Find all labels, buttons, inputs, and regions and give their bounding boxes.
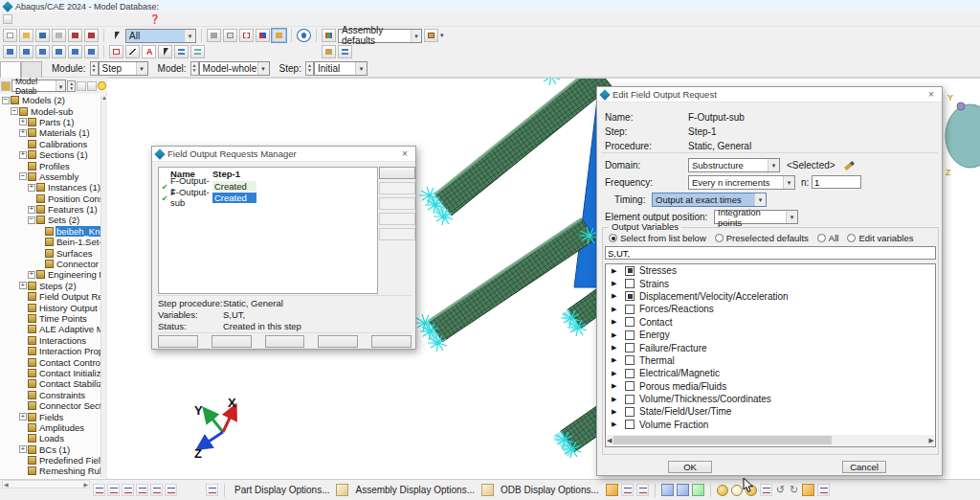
tree-item[interactable]: Time Points [0, 313, 101, 324]
chevron-down-icon[interactable]: ▾ [754, 193, 766, 206]
checkbox-icon[interactable] [625, 381, 635, 391]
tree-item[interactable]: Engineering Featur [0, 269, 101, 280]
tree-item[interactable]: Bein-1.Set-1 [0, 237, 101, 247]
color-code-combo[interactable]: Assembly defaults ▾ [338, 29, 422, 43]
expand-arrow-icon[interactable] [612, 292, 625, 300]
view-tool-icon[interactable] [142, 45, 156, 58]
tree-vertical-scrollbar[interactable]: ▲ [100, 95, 107, 478]
tree-expander-icon[interactable] [36, 227, 44, 235]
view-tool-icon[interactable] [174, 45, 189, 58]
menu-item[interactable] [15, 12, 29, 27]
redo-icon[interactable]: ↻ [789, 484, 799, 496]
variables-hscrollbar[interactable]: ◀ ▶ [607, 435, 934, 445]
chevron-down-icon[interactable]: ▾ [768, 159, 779, 171]
tree-expander-icon[interactable] [19, 162, 27, 170]
view-custom-icon[interactable] [206, 484, 218, 496]
cancel-button[interactable]: Cancel [842, 461, 886, 473]
tree-item[interactable]: Predefined Fields [0, 455, 101, 466]
manager-side-button[interactable] [379, 182, 415, 194]
workspace-tab[interactable] [0, 61, 21, 78]
tree-expander-icon[interactable] [19, 413, 27, 420]
tree-expander-icon[interactable] [19, 380, 27, 388]
tree-item[interactable]: Instances (1) [0, 182, 101, 193]
tree-expander-icon[interactable] [28, 271, 35, 279]
part-cube-icon[interactable] [336, 484, 348, 496]
manager-bottom-button[interactable] [212, 335, 252, 348]
tree-expander-icon[interactable] [19, 348, 27, 355]
checkbox-icon[interactable] [625, 291, 635, 301]
close-icon[interactable]: × [398, 148, 412, 159]
new-file-icon[interactable] [3, 29, 17, 42]
module-spinner[interactable]: ▲▼ [90, 61, 99, 76]
ok-button[interactable]: OK [668, 461, 712, 473]
checkbox-icon[interactable] [625, 407, 635, 417]
orange-cube-icon[interactable] [606, 484, 618, 496]
tree-expander-icon[interactable] [19, 423, 27, 431]
output-variables-radio[interactable]: Edit variables [847, 233, 913, 243]
tree-item[interactable]: Sets (2) [0, 215, 101, 225]
part-display-options-button[interactable]: Part Display Options... [231, 483, 333, 497]
view-tool-icon[interactable] [158, 45, 172, 58]
dialog-titlebar[interactable]: Edit Field Output Request × [597, 87, 942, 102]
tree-root-combo[interactable]: Model Datab ▾ [11, 80, 66, 92]
view-tool-icon[interactable] [190, 45, 205, 58]
expand-arrow-icon[interactable] [612, 344, 625, 352]
expand-arrow-icon[interactable] [612, 267, 625, 275]
variable-row[interactable]: Thermal [606, 354, 935, 367]
variable-row[interactable]: Electrical/Magnetic [606, 367, 935, 379]
lightbulb-icon[interactable] [98, 81, 106, 90]
tree-item[interactable]: Amplitudes [0, 422, 101, 433]
tree-item[interactable]: Materials (1) [0, 127, 101, 138]
tree-item[interactable]: Interaction Properties [0, 346, 101, 356]
table-icon[interactable] [817, 484, 830, 496]
select-cursor-icon[interactable] [109, 29, 123, 42]
manager-side-button[interactable] [379, 167, 415, 179]
menu-item[interactable] [42, 12, 56, 27]
tree-item[interactable]: Connector Sections [0, 400, 101, 411]
menu-item[interactable] [109, 12, 122, 27]
open-folder-icon[interactable] [19, 29, 33, 42]
chevron-down-icon[interactable]: ▾ [56, 80, 66, 91]
viewport-tool-icon[interactable] [19, 45, 33, 58]
expand-arrow-icon[interactable] [612, 331, 625, 339]
variable-row[interactable]: State/Field/User/Time [606, 405, 935, 418]
table-sm-icon[interactable] [338, 45, 352, 58]
tree-expander-icon[interactable] [19, 129, 27, 137]
menu-item[interactable] [82, 12, 96, 27]
expand-arrow-icon[interactable] [612, 420, 625, 428]
chevron-down-icon[interactable]: ▾ [783, 176, 794, 189]
checkbox-icon[interactable] [625, 330, 635, 340]
tree-item[interactable]: Connector Assignm [0, 259, 101, 269]
close-icon[interactable]: × [924, 89, 938, 100]
menu-item[interactable] [56, 12, 69, 27]
manager-bottom-button[interactable] [158, 335, 198, 348]
copy-viewport-icon[interactable] [223, 29, 237, 42]
tree-expander-icon[interactable] [19, 358, 27, 366]
checkbox-icon[interactable] [625, 343, 635, 352]
model-spinner[interactable]: ▲▼ [190, 61, 199, 76]
context-help-icon[interactable]: ❓ [149, 14, 163, 24]
tree-item[interactable]: History Output Reque [0, 302, 101, 312]
chevron-down-icon[interactable]: ▾ [355, 62, 367, 75]
tree-item[interactable]: Steps (2) [0, 281, 101, 291]
tree-item[interactable]: Assembly [0, 171, 101, 182]
selection-filter-combo[interactable]: All ▾ [125, 29, 196, 43]
tree-expander-icon[interactable] [36, 249, 44, 257]
viewport-tool-icon[interactable] [52, 45, 66, 58]
tree-expander-icon[interactable] [2, 97, 10, 104]
view-options-icon[interactable] [272, 29, 286, 42]
view-orientation-icon[interactable] [122, 484, 134, 496]
menu-item[interactable] [96, 12, 109, 27]
variable-row[interactable]: Energy [606, 329, 935, 341]
expand-arrow-icon[interactable] [612, 318, 625, 326]
tree-expander-icon[interactable] [19, 336, 27, 344]
manager-side-button[interactable] [379, 228, 415, 240]
tree-expander-icon[interactable] [19, 402, 27, 410]
tree-expand-icon[interactable] [87, 81, 97, 91]
print-icon[interactable] [52, 29, 66, 42]
tree-expander-icon[interactable] [19, 140, 27, 148]
chevron-down-icon[interactable]: ▾ [411, 30, 421, 42]
tree-expander-icon[interactable] [19, 369, 27, 376]
tools-icon[interactable] [802, 484, 814, 496]
tree-item[interactable]: Contact Initializations [0, 368, 101, 378]
